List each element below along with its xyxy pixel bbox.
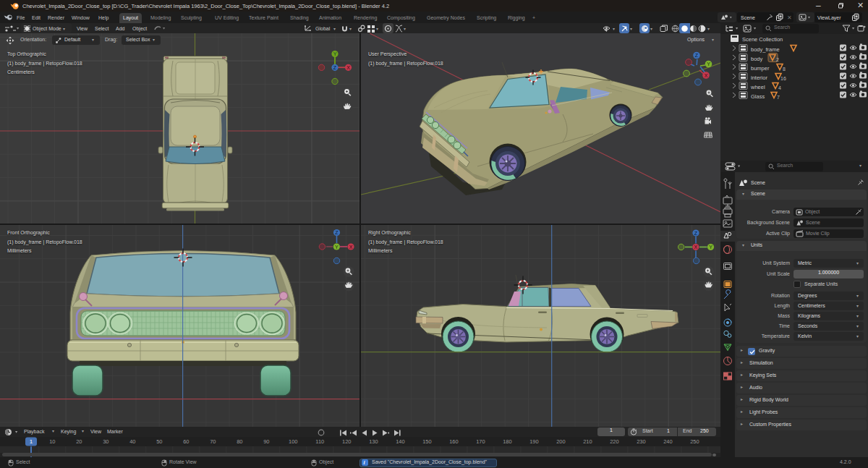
svg-text:20: 20	[76, 438, 82, 445]
svg-text:10: 10	[49, 438, 55, 445]
svg-text:40: 40	[129, 438, 135, 445]
svg-text:100: 100	[289, 438, 298, 445]
svg-text:4: 4	[778, 85, 781, 90]
svg-text:70: 70	[210, 438, 216, 445]
svg-text:240: 240	[663, 438, 673, 445]
svg-text:110: 110	[315, 438, 324, 445]
svg-text:wheel: wheel	[750, 84, 765, 90]
svg-text:Scene Collection: Scene Collection	[742, 36, 783, 43]
svg-text:1: 1	[30, 438, 33, 445]
svg-text:180: 180	[503, 438, 512, 445]
svg-text:X: X	[705, 73, 708, 78]
svg-text:2: 2	[776, 57, 779, 62]
svg-text:60: 60	[183, 438, 189, 445]
svg-text:X: X	[346, 65, 350, 70]
svg-text:Y: Y	[333, 51, 337, 56]
svg-text:150: 150	[422, 438, 432, 445]
svg-text:130: 130	[369, 438, 378, 445]
svg-text:50: 50	[156, 438, 162, 445]
svg-text:210: 210	[583, 438, 592, 445]
svg-text:190: 190	[529, 438, 539, 445]
svg-text:X: X	[694, 244, 697, 250]
svg-text:Z: Z	[694, 231, 698, 236]
svg-text:Glass: Glass	[751, 93, 765, 100]
svg-text:120: 120	[342, 438, 352, 445]
svg-text:bumper: bumper	[751, 65, 770, 72]
svg-text:Y: Y	[709, 244, 712, 250]
svg-text:body: body	[751, 56, 763, 62]
svg-text:160: 160	[449, 438, 459, 445]
svg-text:8: 8	[783, 67, 786, 72]
svg-text:80: 80	[237, 438, 242, 445]
svg-text:X: X	[349, 244, 353, 250]
svg-text:Z: Z	[333, 65, 337, 70]
svg-text:250: 250	[690, 438, 699, 445]
svg-text:7: 7	[777, 95, 780, 100]
svg-text:16: 16	[780, 76, 786, 81]
svg-text:230: 230	[637, 438, 646, 445]
svg-text:body_frame: body_frame	[751, 46, 780, 53]
svg-text:220: 220	[610, 438, 619, 445]
svg-text:interior: interior	[751, 75, 767, 81]
svg-text:Z: Z	[335, 230, 339, 235]
svg-text:Y: Y	[335, 244, 339, 250]
svg-text:170: 170	[476, 438, 485, 445]
svg-text:140: 140	[396, 438, 405, 445]
svg-text:200: 200	[556, 438, 566, 445]
svg-text:Z: Z	[695, 53, 699, 58]
svg-text:Y: Y	[707, 61, 710, 67]
svg-text:30: 30	[103, 438, 109, 445]
svg-text:90: 90	[263, 438, 269, 445]
